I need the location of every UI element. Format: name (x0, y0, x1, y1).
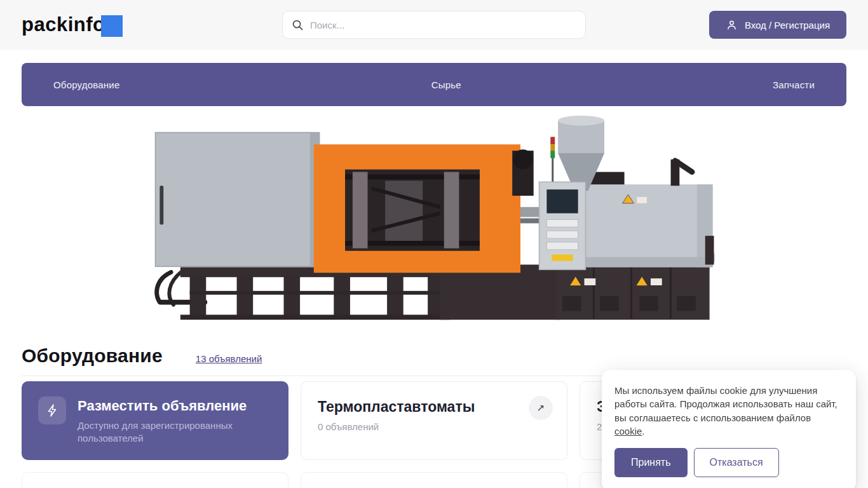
cookie-text-before: Мы используем файлы cookie для улучшения… (614, 385, 837, 423)
cookie-accept-button[interactable]: Принять (614, 448, 688, 477)
cookie-policy-link[interactable]: cookie (614, 426, 642, 437)
publish-card-title: Разместить объявление (78, 398, 262, 414)
logo-text: packinfo (22, 13, 105, 36)
login-button-label: Вход / Регистрация (745, 20, 830, 30)
nav-item-spare-parts[interactable]: Запчасти (773, 79, 815, 90)
cookie-consent-text: Мы используем файлы cookie для улучшения… (614, 384, 843, 438)
user-icon (726, 19, 738, 31)
nav-item-equipment[interactable]: Оборудование (53, 79, 119, 90)
arrow-up-right-icon[interactable]: ↗ (529, 396, 553, 420)
page-title: Оборудование (22, 345, 163, 367)
search-bar[interactable] (282, 11, 586, 39)
logo-square (101, 15, 123, 37)
login-button[interactable]: Вход / Регистрация (709, 11, 846, 39)
cookie-buttons: Принять Отказаться (614, 448, 843, 477)
publish-ad-card[interactable]: Разместить объявление Доступно для зарег… (22, 381, 288, 460)
category-card-thermoplast[interactable]: Термопластавтоматы 0 объявлений ↗ (301, 381, 567, 460)
section-header: Оборудование 13 объявлений (22, 345, 846, 367)
injection-molding-machine-image (142, 112, 726, 328)
publish-card-subtitle: Доступно для зарегистрированных пользова… (78, 419, 262, 444)
main-nav: Оборудование Сырье Запчасти (22, 63, 846, 106)
cookie-consent-popup: Мы используем файлы cookie для улучшения… (602, 370, 856, 488)
logo[interactable]: packinfo (22, 13, 123, 37)
category-card-partial[interactable] (301, 472, 567, 488)
lightning-icon (38, 396, 66, 424)
nav-item-raw-materials[interactable]: Сырье (431, 79, 461, 90)
header: packinfo Вход / Регистрация (0, 0, 868, 50)
cookie-text-after: . (642, 426, 644, 437)
cookie-decline-button[interactable]: Отказаться (694, 448, 779, 477)
hero-banner (0, 110, 868, 330)
category-card-partial[interactable] (22, 472, 288, 488)
category-count: 0 объявлений (318, 421, 550, 432)
search-icon (292, 19, 304, 31)
listings-count-link[interactable]: 13 объявлений (196, 353, 262, 364)
search-input[interactable] (310, 20, 576, 30)
category-title: Термопластавтоматы (318, 398, 550, 416)
